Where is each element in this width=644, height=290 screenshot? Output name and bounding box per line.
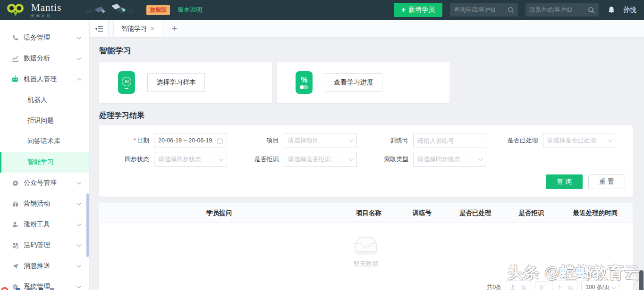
sidebar-collapse-button[interactable]: [90, 20, 109, 37]
project-select[interactable]: 请选择项目: [284, 133, 357, 148]
date-range-input[interactable]: 20-06-19 ~ 20-06-19: [154, 133, 227, 148]
phone-search-box: [450, 3, 518, 17]
select-learning-sample-button[interactable]: 选择学习样本: [147, 73, 205, 92]
brand-name: Mantis: [31, 3, 61, 13]
phone-icon: [11, 34, 19, 41]
send-icon: [11, 262, 19, 270]
page-scrollbar-thumb[interactable]: [639, 270, 644, 290]
rejected-select[interactable]: 请选择是否拒识: [284, 152, 357, 167]
taskbar-app-icon: [27, 288, 32, 290]
brand-logo: Mantis 螳螂科技: [7, 3, 61, 17]
chevron-down-icon: [348, 157, 353, 161]
rejected-field: 是否拒识 请选择是否拒识: [237, 152, 366, 167]
taskbar-app-icon: [16, 288, 20, 290]
tab-bar: 智能学习 × +: [90, 20, 644, 38]
sidebar-subitem-robot[interactable]: 机器人: [0, 90, 89, 110]
sidebar-scrollbar-thumb[interactable]: [86, 193, 89, 257]
robot-icon: [11, 75, 19, 83]
next-page-button[interactable]: 下一页: [552, 281, 577, 290]
qrcode-icon: [11, 241, 19, 249]
sidebar-item-robot-management[interactable]: 机器人管理: [0, 69, 89, 90]
col-student-question: 学员提问: [99, 209, 339, 217]
results-table: 学员提问 项目名称 训练号 是否已处理 是否拒识 最近处理的时间 暂无数据 共0…: [99, 203, 633, 290]
fans-icon: [11, 221, 19, 228]
version-notes-link[interactable]: 版本说明: [178, 6, 202, 14]
sync-status-select[interactable]: 请选择同步状态: [154, 152, 227, 167]
sidebar-nav: 话务管理 数据分析 机器人管理 机器人 拒识问题 问答话术库 智能学习 公众号管…: [0, 20, 90, 290]
page-title: 智能学习: [99, 45, 633, 56]
sync-status-label: 同步状态: [107, 155, 154, 164]
chevron-down-icon: [77, 180, 82, 185]
search-icon[interactable]: [508, 7, 514, 13]
chevron-down-icon: [77, 35, 82, 40]
taskbar-peek: [0, 286, 90, 290]
mantis-owl-icon: [7, 3, 27, 17]
chevron-down-icon: [77, 56, 82, 60]
pagination: 共0条 上一页 0 下一页 100 条/页: [99, 281, 633, 290]
col-train-no: 训练号: [398, 209, 446, 217]
current-user-name[interactable]: 孙悦: [623, 6, 636, 14]
prev-page-button[interactable]: 上一页: [506, 281, 531, 290]
chevron-down-icon: [77, 201, 82, 206]
contact-search-box: [525, 3, 599, 17]
processed-select[interactable]: 请选择是否已处理: [543, 133, 616, 148]
table-header-row: 学员提问 项目名称 训练号 是否已处理 是否拒识 最近处理的时间: [99, 203, 633, 223]
page-size-select[interactable]: 100 条/页: [581, 281, 619, 290]
learning-sample-card: AI 选择学习样本: [99, 62, 272, 103]
fetch-type-label: 索取类型: [366, 155, 413, 164]
sidebar-item-marketing[interactable]: 营销活动: [0, 193, 89, 214]
project-label: 项目: [237, 136, 284, 145]
chevron-up-icon: [77, 78, 82, 83]
date-label: 日期: [137, 137, 149, 144]
chevron-down-icon: [478, 157, 483, 161]
add-tab-button[interactable]: +: [162, 20, 186, 37]
project-field: 项目 请选择项目: [237, 133, 366, 148]
plus-icon: +: [401, 6, 406, 14]
tab-smart-learning[interactable]: 智能学习 ×: [113, 20, 162, 37]
sidebar-item-official-account[interactable]: 公众号管理: [0, 173, 89, 193]
progress-icon: %: [296, 71, 313, 94]
sidebar-subitem-qa-script-library[interactable]: 问答话术库: [0, 131, 89, 152]
learning-progress-card: % 查看学习进度: [277, 62, 449, 103]
processed-field: 是否已处理 请选择是否已处理: [496, 133, 626, 148]
col-rejected: 是否拒识: [505, 209, 558, 217]
contact-search-input[interactable]: [529, 7, 585, 13]
reset-button[interactable]: 重置: [588, 174, 625, 189]
brand-subtitle: 螳螂科技: [31, 14, 61, 17]
search-icon[interactable]: [588, 7, 595, 14]
train-no-input[interactable]: [417, 137, 482, 144]
filter-panel: *日期 20-06-19 ~ 20-06-19 项目 请选择项目: [99, 125, 633, 197]
sidebar-item-message-push[interactable]: 消息推送: [0, 256, 89, 276]
total-count: 共0条: [487, 283, 502, 290]
date-field: *日期 20-06-19 ~ 20-06-19: [107, 133, 237, 148]
current-page-button[interactable]: 0: [535, 282, 549, 290]
query-button[interactable]: 查询: [546, 174, 583, 189]
chevron-down-icon: [77, 222, 82, 226]
taskbar-app-icon: [50, 288, 54, 290]
ai-icon: AI: [118, 71, 135, 94]
official-account-icon: [11, 179, 19, 187]
section-title: 处理学习结果: [99, 111, 633, 121]
page-content: 智能学习 AI 选择学习样本 % 查看学习进度 处理学习结果: [90, 38, 644, 290]
edition-badge: 旗舰版: [146, 5, 170, 15]
sidebar-subitem-smart-learning[interactable]: 智能学习: [0, 152, 89, 173]
calendar-icon: [217, 138, 223, 144]
fetch-type-select[interactable]: 请选择同步状态: [413, 152, 486, 167]
notification-bell-icon[interactable]: [607, 6, 616, 14]
sidebar-subitem-rejected-questions[interactable]: 拒识问题: [0, 110, 89, 131]
camo-graphic-icon: [84, 3, 140, 17]
phone-search-input[interactable]: [454, 7, 505, 13]
fetch-type-field: 索取类型 请选择同步状态: [366, 152, 496, 167]
view-learning-progress-button[interactable]: 查看学习进度: [325, 73, 382, 92]
add-student-button[interactable]: + 新增学员: [394, 3, 442, 17]
sidebar-item-fan-tools[interactable]: 涨粉工具: [0, 214, 89, 235]
chart-icon: [11, 55, 19, 62]
sidebar-item-qr-code[interactable]: 活码管理: [0, 235, 89, 256]
empty-box-icon: [350, 234, 381, 255]
sidebar-item-data-analysis[interactable]: 数据分析: [0, 48, 89, 69]
close-tab-icon[interactable]: ×: [151, 25, 154, 32]
chevron-down-icon: [77, 263, 82, 268]
chevron-down-icon: [608, 138, 612, 142]
sidebar-item-call-management[interactable]: 话务管理: [0, 27, 89, 48]
chevron-down-icon: [77, 242, 82, 247]
